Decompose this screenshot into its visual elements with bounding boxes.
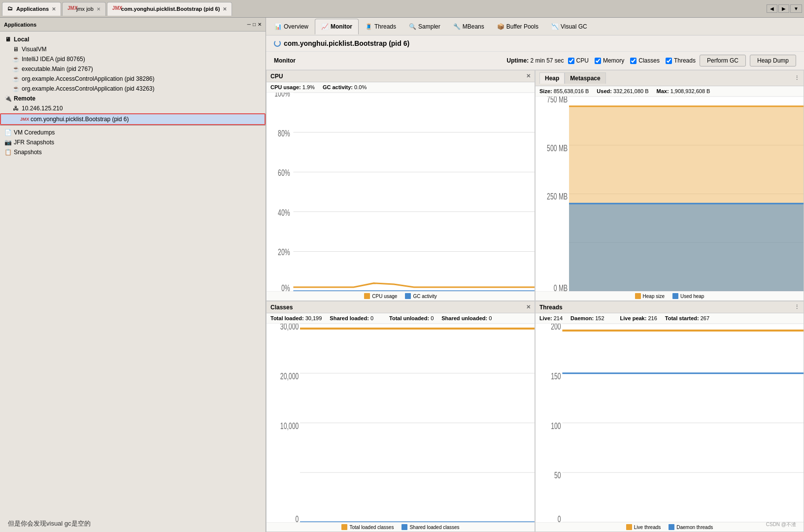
sampler-icon: 🔍: [409, 23, 416, 30]
tree-intellij[interactable]: ☕ IntelliJ IDEA (pid 80765): [0, 54, 266, 64]
svg-text:150: 150: [551, 371, 561, 381]
tab-next-btn[interactable]: ▶: [778, 4, 789, 13]
tab-jmx-job[interactable]: JMX jmx job ✕: [62, 2, 106, 16]
classes-chart-body: 30,000 20,000 10,000 0 17:43:26 17:43:28: [267, 324, 535, 522]
threads-stats: Live: 214 Daemon: 152 Live peak: 216 Tot…: [536, 313, 804, 324]
jfr-icon: 📷: [4, 138, 12, 146]
monitor-icon: 📈: [321, 23, 329, 30]
heap-dump-btn[interactable]: Heap Dump: [750, 55, 796, 66]
heap-size-label: Size:: [539, 88, 552, 94]
svg-text:0 MB: 0 MB: [554, 283, 568, 291]
tab-overview[interactable]: 📊 Overview: [268, 19, 315, 34]
tab-visual-gc-label: Visual GC: [561, 23, 587, 30]
live-threads-legend-label: Live threads: [634, 525, 661, 530]
live-stat: Live: 214: [539, 315, 563, 321]
tab-applications[interactable]: 🗂 Applications ✕: [2, 2, 61, 16]
threads-panel-expand[interactable]: ⋮: [794, 304, 800, 310]
tree-snapshots-label: Snapshots: [14, 149, 42, 156]
classes-checkbox[interactable]: [630, 58, 636, 64]
shared-loaded-label: Shared loaded:: [330, 315, 368, 321]
section-label: Monitor: [274, 57, 296, 64]
classes-panel-header: Classes ✕: [267, 301, 535, 313]
threads-chart-body: 200 150 100 50 0 17:43:26 17:43:28: [536, 324, 804, 522]
tab-bootstrap[interactable]: JMX com.yonghui.picklist.Bootstrap (pid …: [107, 2, 232, 16]
cpu-usage-label: CPU usage:: [270, 84, 301, 90]
jmx-app-icon: JMX: [21, 115, 29, 123]
threads-label: Threads: [674, 57, 696, 64]
heap-used-stat: Used: 332,261,080 B: [597, 88, 648, 94]
heap-used-value: 332,261,080 B: [613, 88, 649, 94]
uptime-label: Uptime: 2 min 57 sec: [506, 57, 564, 64]
classes-stats: Total loaded: 30,199 Shared loaded: 0 To…: [267, 313, 535, 324]
threads-checkbox[interactable]: [666, 58, 672, 64]
app-title: com.yonghui.picklist.Bootstrap (pid 6): [284, 39, 409, 47]
classes-checkbox-label[interactable]: Classes: [630, 57, 660, 64]
tab-threads[interactable]: 🧵 Threads: [359, 19, 402, 34]
cpu-checkbox[interactable]: [568, 58, 574, 64]
cpu-panel-close[interactable]: ✕: [526, 73, 531, 79]
threads-checkbox-label[interactable]: Threads: [666, 57, 696, 64]
gc-activity-label: GC activity:: [323, 84, 353, 90]
right-panel: 📊 Overview 📈 Monitor 🧵 Threads 🔍 Sampler…: [266, 18, 804, 532]
svg-text:50: 50: [554, 470, 561, 480]
svg-text:100%: 100%: [274, 93, 290, 99]
tab-jmx-close[interactable]: ✕: [97, 6, 100, 12]
tree-vm-coredumps[interactable]: 📄 VM Coredumps: [0, 128, 266, 137]
tree-executable-main[interactable]: ☕ executable.Main (pid 2767): [0, 64, 266, 74]
tab-prev-btn[interactable]: ◀: [767, 4, 777, 13]
cpu-checkbox-label[interactable]: CPU: [568, 57, 589, 64]
live-threads-legend: Live threads: [626, 524, 661, 530]
tree-visualvm[interactable]: 🖥 VisualVM: [0, 44, 266, 54]
heap-size-legend-label: Heap size: [643, 294, 665, 299]
total-started-value: 267: [701, 315, 709, 321]
left-panel-max-btn[interactable]: □: [253, 22, 256, 27]
shared-loaded-legend: Shared loaded classes: [402, 524, 459, 530]
java-icon-1: ☕: [12, 55, 20, 63]
tab-menu-btn[interactable]: ▼: [790, 4, 802, 13]
heap-panel-expand[interactable]: ⋮: [794, 75, 800, 81]
heap-legend: Heap size Used heap: [536, 291, 804, 300]
tab-jmx-label: jmx job: [76, 6, 94, 12]
left-panel-min-btn[interactable]: ─: [247, 22, 251, 27]
tree-access-control-2[interactable]: ☕ org.example.AccessControlApplication (…: [0, 84, 266, 94]
tab-visual-gc[interactable]: 📉 Visual GC: [545, 19, 594, 34]
tree-remote[interactable]: 🔌 Remote: [0, 94, 266, 103]
tree-local[interactable]: 🖥 Local: [0, 34, 266, 44]
total-started-label: Total started:: [665, 315, 699, 321]
charts-grid: CPU ✕ CPU usage: 1.9% GC activity: 0.0%: [266, 70, 804, 532]
svg-text:100: 100: [551, 421, 561, 431]
left-panel-header: Applications ─ □ ✕: [0, 18, 266, 32]
metaspace-tab[interactable]: Metaspace: [565, 72, 605, 84]
tree-remote-ip[interactable]: 🖧 10.246.125.210: [0, 103, 266, 113]
tab-monitor[interactable]: 📈 Monitor: [315, 19, 359, 34]
perform-gc-btn[interactable]: Perform GC: [700, 55, 746, 66]
applications-icon: 🗂: [7, 5, 14, 12]
daemon-value: 152: [595, 315, 604, 321]
heap-tab[interactable]: Heap: [539, 72, 565, 84]
loading-spinner: [274, 40, 281, 47]
memory-checkbox-label[interactable]: Memory: [595, 57, 624, 64]
svg-marker-25: [569, 203, 804, 291]
tree-bootstrap-app[interactable]: JMX com.yonghui.picklist.Bootstrap (pid …: [0, 113, 266, 125]
tab-buffer-pools[interactable]: 📦 Buffer Pools: [491, 19, 545, 34]
heap-max-label: Max:: [657, 88, 669, 94]
memory-checkbox[interactable]: [595, 58, 601, 64]
tab-mbeans[interactable]: 🔧 MBeans: [447, 19, 491, 34]
tab-bootstrap-close[interactable]: ✕: [223, 6, 227, 12]
tree-snapshots[interactable]: 📋 Snapshots: [0, 147, 266, 157]
shared-loaded-stat: Shared loaded: 0: [330, 315, 373, 321]
tree-jfr-snapshots[interactable]: 📷 JFR Snapshots: [0, 137, 266, 147]
tab-sampler[interactable]: 🔍 Sampler: [402, 19, 447, 34]
total-loaded-value: 30,199: [305, 315, 322, 321]
tree-executable-label: executable.Main (pid 2767): [22, 66, 93, 72]
left-panel-close-btn[interactable]: ✕: [258, 22, 262, 27]
remote-icon: 🔌: [4, 95, 12, 102]
uptime-value: 2 min 57 sec: [531, 57, 564, 64]
svg-text:40%: 40%: [278, 207, 290, 217]
tab-applications-close[interactable]: ✕: [52, 6, 56, 12]
classes-panel-close[interactable]: ✕: [526, 304, 531, 310]
total-loaded-legend-label: Total loaded classes: [349, 525, 394, 530]
tab-monitor-label: Monitor: [331, 23, 352, 30]
daemon-threads-legend-label: Daemon threads: [676, 525, 713, 530]
tree-access-control-1[interactable]: ☕ org.example.AccessControlApplication (…: [0, 74, 266, 84]
